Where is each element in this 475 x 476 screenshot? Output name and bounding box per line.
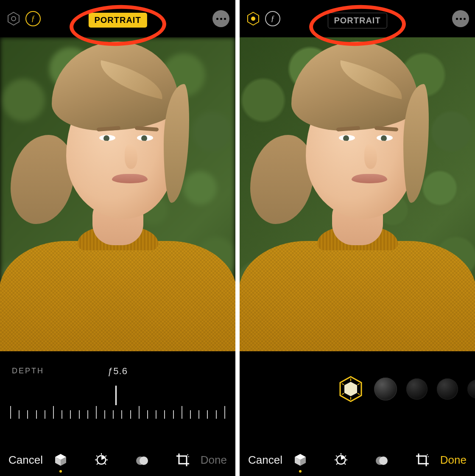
done-button[interactable]: Done [440, 454, 467, 467]
crop-tool-icon[interactable] [414, 451, 431, 468]
edit-controls: Cancel Done [240, 355, 475, 476]
more-icon[interactable] [212, 10, 229, 27]
photo-preview[interactable] [240, 37, 475, 351]
adjust-tool-dial-icon[interactable] [332, 451, 349, 468]
svg-line-12 [105, 463, 106, 465]
portrait-tool-cube-icon[interactable] [52, 451, 69, 468]
svg-point-16 [251, 17, 255, 21]
svg-line-11 [97, 463, 98, 465]
filters-tool-icon[interactable] [134, 451, 151, 468]
svg-line-20 [358, 384, 360, 385]
svg-point-1 [11, 17, 16, 21]
bottom-toolbar: Cancel Done [240, 451, 475, 468]
more-icon[interactable] [452, 10, 469, 27]
lighting-option-studio[interactable] [374, 378, 397, 400]
bottom-toolbar: Cancel Done [0, 451, 235, 468]
lighting-option-natural-selected[interactable] [337, 375, 365, 403]
slider-cursor[interactable] [115, 386, 117, 405]
svg-point-14 [140, 456, 148, 465]
svg-line-23 [342, 393, 344, 395]
portrait-tool-cube-icon[interactable] [292, 451, 309, 468]
portrait-subject [240, 37, 475, 351]
right-screenshot: ƒ PORTRAIT [240, 0, 475, 476]
hexagon-lighting-icon[interactable] [246, 11, 261, 26]
svg-marker-0 [8, 12, 19, 25]
depth-slider[interactable] [0, 392, 235, 419]
aperture-f-icon[interactable]: ƒ [25, 11, 41, 26]
svg-line-34 [336, 463, 338, 465]
done-button[interactable]: Done [201, 454, 227, 467]
svg-line-30 [345, 456, 346, 456]
svg-line-32 [336, 456, 337, 456]
lighting-option-contour[interactable] [406, 378, 428, 400]
adjust-tool-dial-icon[interactable] [93, 451, 110, 468]
lighting-option-more[interactable] [467, 380, 475, 398]
portrait-mode-badge[interactable]: PORTRAIT [88, 13, 147, 28]
photo-preview[interactable] [0, 37, 235, 351]
svg-line-21 [358, 393, 360, 395]
svg-line-7 [105, 456, 106, 456]
hexagon-lighting-icon[interactable] [6, 11, 21, 26]
filters-tool-icon[interactable] [373, 451, 390, 468]
portrait-lighting-picker[interactable] [240, 355, 475, 403]
cancel-button[interactable]: Cancel [248, 454, 282, 467]
svg-line-35 [344, 463, 346, 465]
depth-label: DEPTH [12, 367, 44, 375]
edit-controls: DEPTH ƒ5.6 Cancel [0, 355, 235, 476]
left-screenshot: ƒ PORTRAIT DEPTH ƒ5.6 [0, 0, 235, 476]
portrait-mode-badge[interactable]: PORTRAIT [327, 13, 387, 28]
svg-line-9 [96, 456, 98, 456]
depth-value: ƒ5.6 [108, 366, 128, 377]
aperture-f-icon[interactable]: ƒ [265, 11, 280, 26]
cancel-button[interactable]: Cancel [8, 454, 43, 467]
crop-tool-icon[interactable] [174, 451, 191, 468]
svg-point-37 [379, 456, 388, 465]
svg-marker-18 [344, 382, 357, 396]
lighting-option-stage[interactable] [437, 378, 458, 400]
svg-line-24 [342, 384, 344, 385]
portrait-subject [0, 37, 235, 351]
